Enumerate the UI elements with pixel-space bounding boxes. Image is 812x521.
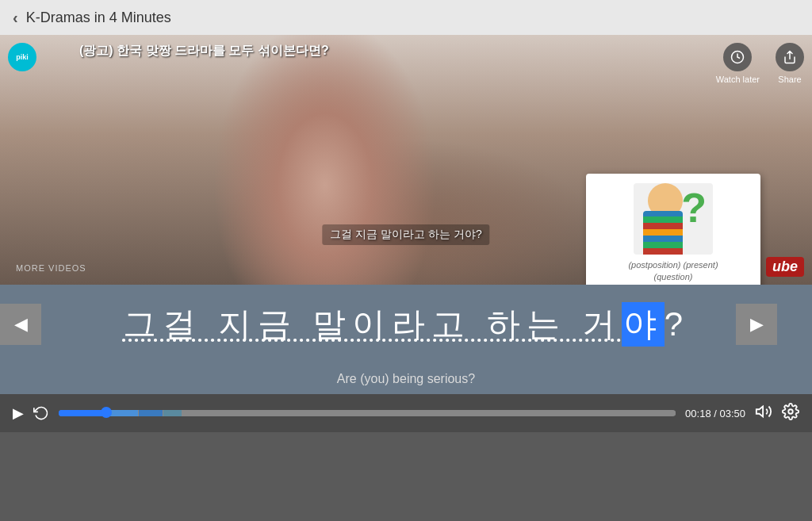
question-mark-icon: ? bbox=[681, 187, 707, 228]
more-videos-label: MORE VIDEOS bbox=[16, 263, 86, 273]
prev-button[interactable]: ◀ bbox=[0, 304, 41, 345]
share-button[interactable]: Share bbox=[776, 43, 804, 84]
english-translation: Are (you) being serious? bbox=[0, 364, 812, 394]
korean-subtitle-text: 그걸 지금 말이라고 하는 거야? bbox=[123, 302, 689, 347]
bottom-controls: ▶ 00:18 / 03:50 bbox=[0, 394, 812, 432]
progress-bar[interactable] bbox=[59, 410, 676, 416]
video-subtitle-overlay: 그걸 지금 말이라고 하는 거야? bbox=[322, 224, 489, 245]
play-button[interactable]: ▶ bbox=[13, 404, 24, 422]
time-display: 00:18 / 03:50 bbox=[685, 408, 745, 419]
page-title: K-Dramas in 4 Minutes bbox=[26, 10, 171, 26]
watch-later-icon bbox=[723, 43, 752, 71]
question-mark: ? bbox=[665, 305, 689, 343]
back-button[interactable]: ‹ bbox=[13, 9, 18, 27]
watch-later-button[interactable]: Watch later bbox=[716, 43, 760, 84]
right-arrow-icon: ▶ bbox=[750, 314, 764, 335]
english-translation-text: Are (you) being serious? bbox=[337, 372, 475, 386]
korean-subtitle-area: 그걸 지금 말이라고 하는 거야? bbox=[0, 285, 812, 364]
next-button[interactable]: ▶ bbox=[736, 304, 777, 345]
top-bar: ‹ K-Dramas in 4 Minutes bbox=[0, 0, 812, 35]
share-label: Share bbox=[778, 75, 801, 84]
video-container: piki (광고) 한국 맞짱 드라마를 모두 섞이본다면? 그걸 지금 말이라… bbox=[0, 35, 812, 285]
boy-body bbox=[643, 211, 683, 255]
piki-badge: piki bbox=[8, 43, 36, 71]
settings-button[interactable] bbox=[782, 403, 799, 424]
grammar-note: (postposition) (present) (question) (act… bbox=[628, 259, 718, 285]
volume-button[interactable] bbox=[755, 403, 772, 424]
video-title-overlay: (광고) 한국 맞짱 드라마를 모두 섞이본다면? bbox=[79, 43, 329, 59]
share-icon bbox=[776, 43, 804, 71]
watch-later-label: Watch later bbox=[716, 75, 760, 84]
korean-text-before: 그걸 지금 말이라고 하는 거 bbox=[123, 305, 622, 343]
youtube-logo: ube bbox=[766, 257, 804, 277]
video-frame: piki (광고) 한국 맞짱 드라마를 모두 섞이본다면? 그걸 지금 말이라… bbox=[0, 35, 812, 285]
grammar-popup: ? (postposition) (present) (question) (a… bbox=[586, 174, 760, 285]
progress-fill bbox=[59, 410, 108, 416]
popup-image: ? bbox=[634, 183, 713, 255]
video-actions: Watch later Share bbox=[716, 43, 804, 84]
korean-highlighted-char: 야 bbox=[622, 302, 665, 347]
left-arrow-icon: ◀ bbox=[14, 314, 28, 335]
svg-point-2 bbox=[788, 409, 793, 414]
replay-button[interactable] bbox=[33, 405, 49, 421]
progress-segments bbox=[59, 410, 676, 416]
svg-marker-1 bbox=[756, 406, 763, 416]
